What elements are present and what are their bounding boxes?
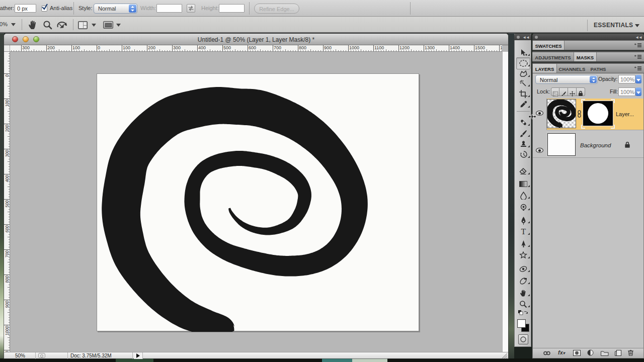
svg-text:T: T [521, 228, 526, 235]
